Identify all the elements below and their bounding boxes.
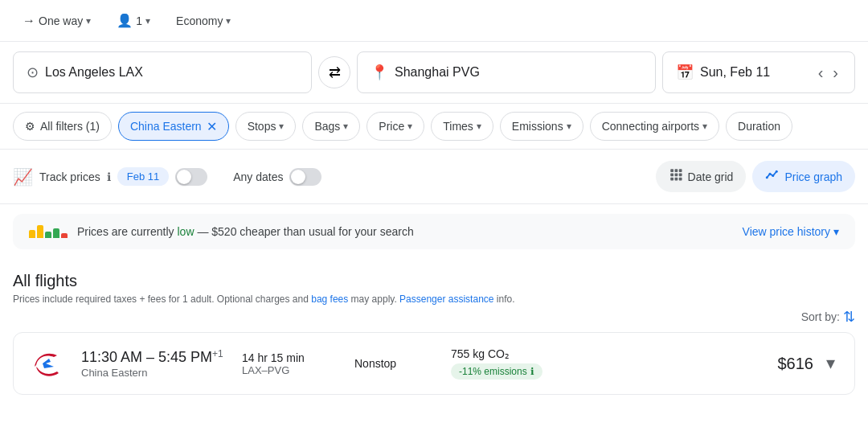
sort-by-label: Sort by: [801,310,840,323]
swap-icon: ⇄ [329,64,341,81]
search-bar: ⊙ ⇄ 📍 📅 Sun, Feb 11 ‹ › [0,42,868,104]
price-text-after: — $520 cheaper than usual for your searc… [194,225,414,238]
emissions-label: Emissions [512,120,563,133]
trending-icon: 📈 [13,167,33,187]
date-label: Sun, Feb 11 [700,65,770,80]
price-low-word: low [177,225,194,238]
passengers-button[interactable]: 👤 1 ▾ [107,8,160,33]
flights-subtitle: Prices include required taxes + fees for… [13,293,855,305]
svg-point-12 [776,170,778,173]
origin-field[interactable]: ⊙ [13,51,312,93]
time-range: 11:30 AM – 5:45 PM+1 [81,348,226,366]
price-amount: $616 [778,355,814,373]
passengers-label: 1 [136,14,142,27]
svg-point-11 [772,174,775,177]
date-nav: ‹ › [815,60,841,85]
price-column: $616 ▾ [778,350,839,377]
svg-rect-4 [674,174,678,177]
swap-button[interactable]: ⇄ [318,56,350,88]
chevron-down-icon: ▾ [145,15,150,27]
times-filter-button[interactable]: Times ▾ [431,112,493,141]
price-text-before: Prices are currently [77,225,177,238]
flight-times: 11:30 AM – 5:45 PM+1 China Eastern [81,348,226,380]
close-icon[interactable]: ✕ [207,119,217,134]
times-label: Times [443,120,473,133]
plus-day: +1 [212,348,223,359]
price-filter-button[interactable]: Price ▾ [366,112,424,141]
emissions-filter-button[interactable]: Emissions ▾ [500,112,583,141]
chevron-down-icon: ▾ [279,121,284,132]
track-toggle-wrap [175,168,207,186]
subtitle2-text: may apply. [351,293,399,305]
svg-rect-6 [670,178,674,181]
flight-card[interactable]: 11:30 AM – 5:45 PM+1 China Eastern 14 hr… [13,332,855,395]
next-date-button[interactable]: › [829,60,841,85]
view-price-history-button[interactable]: View price history ▾ [743,225,839,238]
info-icon[interactable]: ℹ [530,366,534,377]
stops-filter-button[interactable]: Stops ▾ [235,112,297,141]
flight-duration: 14 hr 15 min LAX–PVG [242,351,338,376]
destination-input[interactable] [395,65,642,80]
all-flights-section: All flights Prices include required taxe… [0,259,868,308]
china-eastern-label: China Eastern [130,120,202,133]
svg-rect-0 [670,169,674,172]
svg-rect-5 [678,174,682,177]
duration-filter-button[interactable]: Duration [726,112,792,141]
connecting-airports-filter-button[interactable]: Connecting airports ▾ [590,112,719,141]
airline-logo [30,346,65,381]
cabin-button[interactable]: Economy ▾ [166,10,240,32]
chevron-down-icon: ▾ [833,225,839,238]
cabin-label: Economy [176,14,223,27]
price-graph-button[interactable]: Price graph [752,161,855,192]
trip-type-button[interactable]: → One way ▾ [13,9,100,33]
chevron-down-icon: ▾ [86,15,91,27]
calendar-icon: 📅 [676,64,694,81]
chevron-down-icon: ▾ [567,121,571,132]
origin-input[interactable] [45,65,298,80]
stops-text: Nonstop [354,357,396,370]
date-grid-button[interactable]: Date grid [656,161,747,192]
person-icon: 👤 [117,13,133,28]
chevron-down-icon: ▾ [343,121,348,132]
date-field[interactable]: 📅 Sun, Feb 11 ‹ › [662,51,855,93]
stops-label: Stops [248,120,276,133]
co2-text: 755 kg CO₂ [451,347,579,360]
prev-date-button[interactable]: ‹ [815,60,827,85]
flight-stops: Nonstop [354,357,435,370]
price-bar-icon [29,225,68,238]
bags-label: Bags [314,120,340,133]
route-text: LAX–PVG [242,364,338,376]
sort-icon[interactable]: ⇅ [843,308,855,326]
china-eastern-filter[interactable]: China Eastern ✕ [118,112,229,141]
emissions-column: 755 kg CO₂ -11% emissions ℹ [451,347,579,380]
svg-rect-1 [674,169,678,172]
track-prices-label: Track prices [39,170,100,183]
bags-filter-button[interactable]: Bags ▾ [302,112,360,141]
passenger-assistance-link[interactable]: Passenger assistance [399,293,493,305]
any-dates-toggle[interactable] [289,168,321,186]
bag-fees-link[interactable]: bag fees [311,293,348,305]
airline-name: China Eastern [81,367,226,379]
price-graph-label: Price graph [784,170,842,183]
expand-button[interactable]: ▾ [823,350,838,377]
all-filters-button[interactable]: ⚙ All filters (1) [13,112,112,141]
chevron-down-icon: ▾ [226,15,231,27]
circle-icon: ⊙ [27,64,39,81]
chevron-down-icon: ▾ [477,121,481,132]
track-toggle[interactable] [175,168,207,186]
all-flights-title: All flights [13,272,855,290]
any-dates-label: Any dates [233,170,283,183]
info-icon[interactable]: ℹ [107,170,111,183]
any-dates-toggle-wrap [289,168,321,186]
destination-field[interactable]: 📍 [357,51,656,93]
track-left: 📈 Track prices ℹ Feb 11 Any dates [13,167,643,187]
date-tag: Feb 11 [117,167,169,186]
price-notice: Prices are currently low — $520 cheaper … [13,214,855,249]
track-bar: 📈 Track prices ℹ Feb 11 Any dates [0,150,868,204]
svg-rect-8 [678,178,682,181]
svg-rect-3 [670,174,674,177]
filter-icon: ⚙ [25,120,35,133]
duration-label: Duration [738,120,780,133]
subtitle3-text: info. [497,293,515,305]
chevron-down-icon: ▾ [407,121,412,132]
